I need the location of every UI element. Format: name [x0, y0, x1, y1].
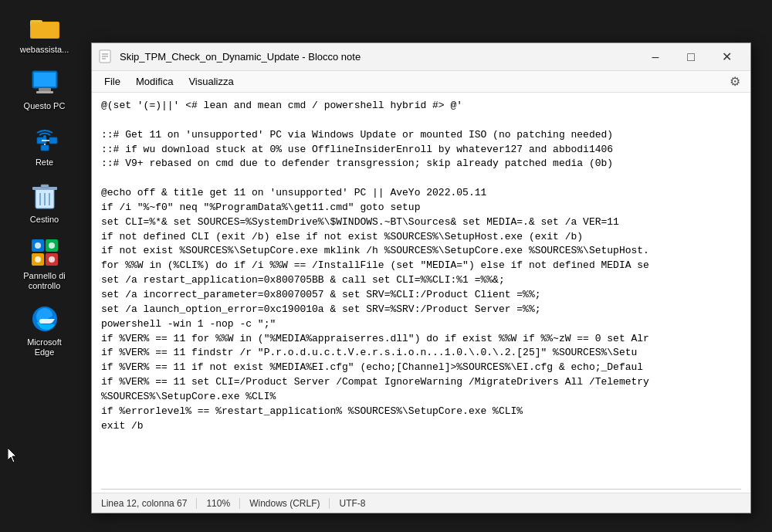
window-title: Skip_TPM_Check_on_Dynamic_Update - Blocc… [120, 51, 638, 63]
network-icon [29, 124, 60, 154]
svg-rect-6 [36, 91, 53, 93]
desktop-icon-folder[interactable]: webassista... [14, 8, 76, 58]
content-divider [101, 489, 741, 490]
desktop-icon-rete-label: Rete [36, 158, 53, 168]
desktop-icon-edge[interactable]: MicrosoftEdge [14, 300, 76, 361]
svg-rect-4 [34, 73, 56, 86]
trash-icon [29, 181, 60, 212]
notepad-title-icon [98, 49, 113, 65]
svg-rect-15 [41, 185, 49, 188]
minimize-button[interactable]: – [638, 43, 673, 71]
menu-file[interactable]: File [98, 74, 127, 89]
status-line-col: Linea 12, colonna 67 [101, 498, 197, 509]
menu-visualizza[interactable]: Visualizza [182, 74, 239, 89]
maximize-button[interactable]: □ [673, 43, 709, 71]
svg-point-25 [35, 256, 41, 263]
desktop-icon-cestino-label: Cestino [30, 215, 59, 225]
menu-modifica[interactable]: Modifica [130, 74, 179, 89]
notepad-window: Skip_TPM_Check_on_Dynamic_Update - Blocc… [91, 42, 751, 513]
status-zoom: 110% [197, 498, 240, 509]
pc-icon [29, 67, 60, 98]
svg-point-23 [35, 242, 41, 249]
text-content[interactable]: @(set '(=)||' <# lean and mean cmd / pow… [92, 93, 750, 489]
status-encoding-type: Windows (CRLF) [240, 498, 330, 509]
svg-rect-9 [41, 145, 49, 151]
desktop-icon-rete[interactable]: Rete [14, 120, 76, 171]
desktop-icon-pannello[interactable]: Pannello dicontrollo [14, 234, 76, 294]
desktop-icon-folder-label: webassista... [20, 45, 69, 55]
desktop: webassista... Questo PC [0, 0, 89, 532]
edge-icon [29, 303, 60, 334]
desktop-icon-questo-pc[interactable]: Questo PC [14, 64, 76, 114]
folder-icon [29, 11, 60, 42]
desktop-icon-edge-label: MicrosoftEdge [27, 337, 62, 357]
svg-rect-2 [31, 22, 59, 38]
title-bar: Skip_TPM_Check_on_Dynamic_Update - Blocc… [92, 43, 750, 71]
status-bar: Linea 12, colonna 67 110% Windows (CRLF)… [92, 493, 750, 513]
status-encoding: UTF-8 [330, 498, 374, 509]
desktop-icon-cestino[interactable]: Cestino [14, 178, 76, 228]
menu-bar: File Modifica Visualizza ⚙ [92, 71, 750, 93]
control-panel-icon [29, 237, 60, 268]
close-button[interactable]: ✕ [709, 43, 744, 71]
svg-rect-5 [39, 88, 51, 91]
svg-point-26 [49, 256, 55, 263]
svg-point-12 [43, 135, 46, 138]
window-controls: – □ ✕ [638, 43, 744, 71]
desktop-icon-pannello-label: Pannello dicontrollo [23, 271, 65, 291]
gear-icon[interactable]: ⚙ [726, 73, 744, 91]
svg-point-24 [49, 242, 55, 249]
desktop-icon-questo-pc-label: Questo PC [24, 101, 66, 111]
svg-rect-8 [49, 137, 57, 144]
